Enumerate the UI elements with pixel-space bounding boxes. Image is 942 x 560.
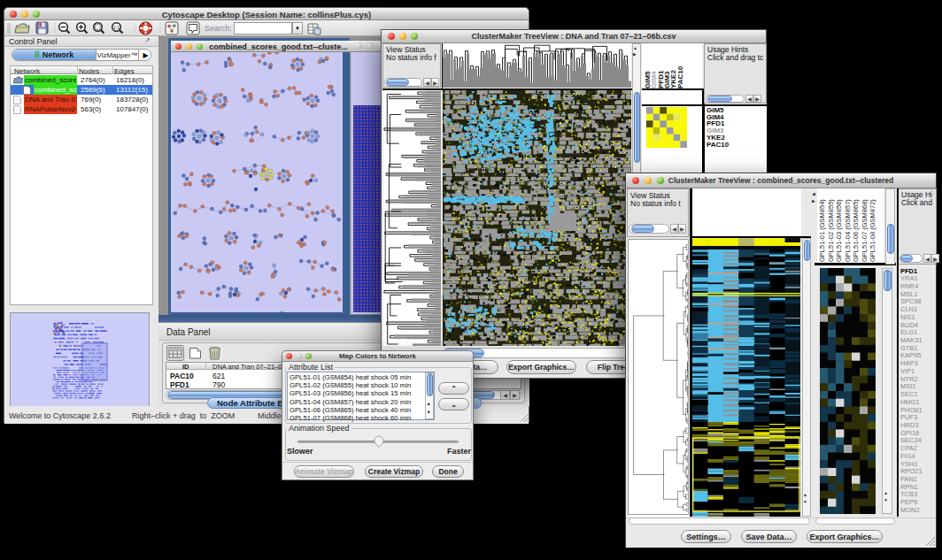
svg-text:1:1: 1:1 [113,25,120,30]
